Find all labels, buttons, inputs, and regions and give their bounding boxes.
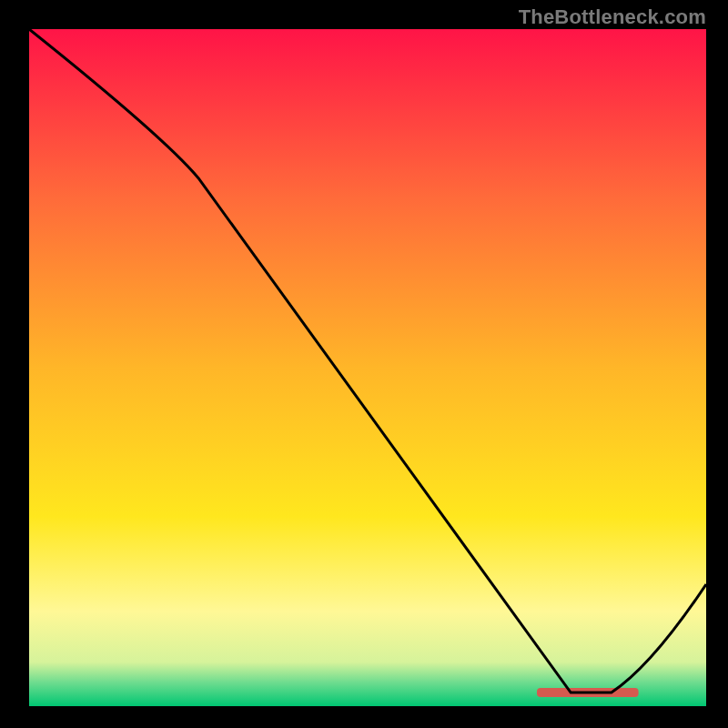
attribution-label: TheBottleneck.com [519, 5, 706, 29]
gradient-background [29, 29, 706, 706]
plot-area [29, 29, 706, 706]
chart-svg [29, 29, 706, 706]
chart-stage: TheBottleneck.com [0, 0, 728, 728]
